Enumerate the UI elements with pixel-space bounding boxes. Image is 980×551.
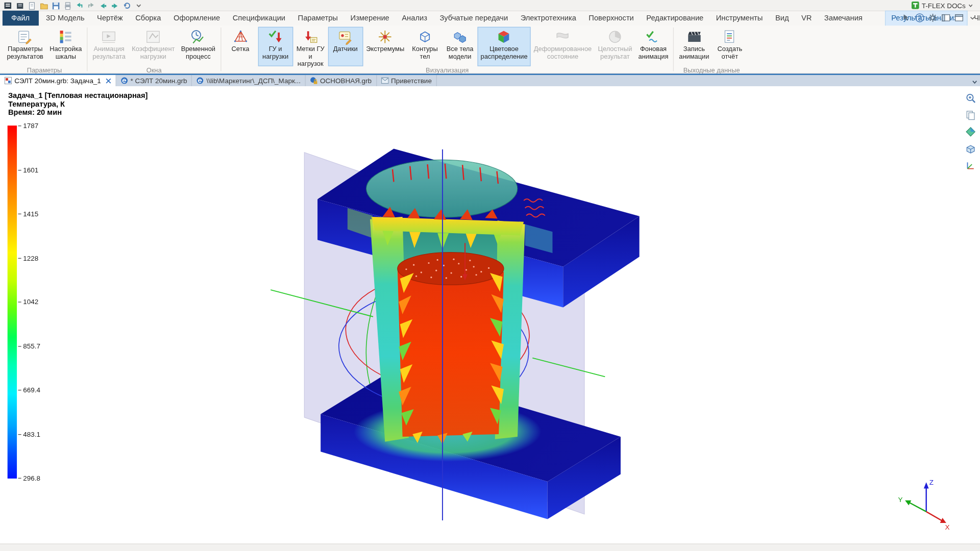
sensors-button[interactable]: Датчики — [328, 27, 363, 66]
open-icon[interactable] — [39, 1, 49, 10]
body-contours-button[interactable]: Контуры тел — [407, 27, 443, 66]
help-icon[interactable] — [914, 12, 925, 23]
scale-value: 483.1 — [18, 431, 41, 438]
result-parameters-button[interactable]: Параметры результатов — [4, 27, 46, 66]
scale-value: 1042 — [18, 298, 39, 306]
ribbon-button-label: Временной процесс — [181, 45, 215, 60]
zoom-window-icon[interactable] — [964, 91, 977, 105]
ribbon-tab-measure[interactable]: Измерение — [344, 11, 396, 26]
qat-customize-icon[interactable] — [134, 1, 144, 10]
create-report-button[interactable]: Создать отчёт — [713, 27, 748, 66]
library-icon[interactable] — [15, 1, 25, 10]
document-tab-main[interactable]: ОСНОВНАЯ.grb — [306, 75, 377, 86]
scale-value: 1601 — [18, 166, 39, 174]
ribbon-tab-annotation[interactable]: Оформление — [167, 11, 227, 26]
bc-load-labels-button[interactable]: Метки ГУ и нагрузок — [293, 27, 328, 66]
ribbon-tab-file[interactable]: Файл — [3, 11, 38, 26]
model-viewport[interactable]: Задача_1 [Тепловая нестационарная] Темпе… — [0, 86, 980, 543]
time-process-button[interactable]: Временной процесс — [178, 27, 219, 66]
ribbon-tab-assembly[interactable]: Сборка — [129, 11, 167, 26]
ribbon-tab-editing[interactable]: Редактирование — [640, 11, 709, 26]
tflex-docs-label: T-FLEX DOCs — [922, 2, 966, 9]
integral-result-button[interactable]: Целостный результат — [595, 27, 635, 66]
bc-and-loads-button[interactable]: ГУ и нагрузки — [258, 27, 293, 66]
forward-icon[interactable] — [110, 1, 120, 10]
ribbon-tab-3d-model[interactable]: 3D Модель — [40, 11, 91, 26]
ribbon-button-label: Анимация результата — [92, 45, 126, 60]
ribbon: Параметры результатов Настройка шкалы Па… — [0, 26, 980, 73]
mesh-icon — [232, 29, 249, 45]
ribbon-group-separator — [220, 28, 221, 71]
ribbon-tab-view[interactable]: Вид — [769, 11, 795, 26]
ribbon-tab-electrical[interactable]: Электротехника — [514, 11, 582, 26]
window-layout-icon[interactable] — [954, 12, 965, 23]
back-icon[interactable] — [98, 1, 108, 10]
scale-value: 296.8 — [18, 474, 41, 482]
save-icon[interactable] — [51, 1, 61, 10]
document-tab-task[interactable]: СЭЛТ 20мин.grb: Задача_1 — [0, 75, 116, 86]
tflex-docs-menu[interactable]: T-FLEX DOCs — [911, 1, 977, 9]
ribbon-button-label: Создать отчёт — [716, 45, 744, 60]
record-animation-button[interactable]: Запись анимации — [676, 27, 712, 66]
panel-layout-icon[interactable] — [941, 12, 951, 23]
ribbon-button-label: Деформированное состояние — [534, 45, 592, 60]
integral-result-icon — [607, 29, 623, 45]
mesh-button[interactable]: Сетка — [223, 27, 258, 66]
new-document-icon[interactable] — [27, 1, 37, 10]
analysis-3d-scene[interactable]: Z X Y — [0, 86, 980, 543]
ribbon-button-label: Цветовое распределение — [481, 45, 528, 60]
context-help-icon[interactable] — [901, 12, 912, 23]
ribbon-collapse-icon[interactable] — [967, 12, 977, 23]
ribbon-group-parameters: Параметры результатов Настройка шкалы Па… — [3, 26, 86, 73]
ribbon-button-label: Настройка шкалы — [50, 45, 82, 60]
settings-gear-icon[interactable] — [927, 12, 938, 23]
result-animation-button[interactable]: Анимация результата — [89, 27, 129, 66]
create-report-icon — [722, 29, 738, 45]
ribbon-tab-tools[interactable]: Инструменты — [710, 11, 769, 26]
document-tab-label: * СЭЛТ 20мин.grb — [130, 77, 187, 85]
app-menu-icon[interactable] — [3, 1, 13, 10]
print-icon[interactable] — [62, 1, 72, 10]
undo-icon[interactable] — [75, 1, 85, 10]
close-tab-icon[interactable] — [105, 78, 111, 83]
background-animation-button[interactable]: Фоновая анимация — [635, 27, 671, 66]
ribbon-tab-bar: Файл 3D Модель Чертёж Сборка Оформление … — [0, 11, 980, 26]
result-info-overlay: Задача_1 [Тепловая нестационарная] Темпе… — [8, 92, 148, 117]
ribbon-tab-surfaces[interactable]: Поверхности — [582, 11, 640, 26]
axes-display-icon[interactable] — [964, 159, 977, 172]
ribbon-button-label: ГУ и нагрузки — [261, 45, 289, 60]
copy-view-icon[interactable] — [964, 108, 977, 122]
task-document-icon — [5, 77, 12, 85]
document-tab-welcome[interactable]: Приветствие — [377, 75, 437, 86]
document-tab-modified[interactable]: * СЭЛТ 20мин.grb — [116, 75, 192, 86]
color-scale: 1787 1601 1415 1228 1042 855.7 669.4 483… — [8, 126, 17, 479]
ribbon-tab-parameters[interactable]: Параметры — [291, 11, 344, 26]
ribbon-tab-bom[interactable]: Спецификации — [226, 11, 291, 26]
document-tab-label: \\lib\Маркетинг\_ДСП\_Марк... — [206, 77, 301, 85]
color-distribution-button[interactable]: Цветовое распределение — [477, 27, 530, 66]
all-model-bodies-button[interactable]: Все тела модели — [443, 27, 478, 66]
ribbon-tab-remarks[interactable]: Замечания — [818, 11, 869, 26]
color-scale-icon — [58, 29, 74, 45]
bc-loads-icon — [267, 29, 284, 45]
status-bar — [0, 543, 980, 551]
title-bar: T-FLEX DOCs — [0, 0, 980, 11]
ribbon-tab-vr[interactable]: VR — [795, 11, 818, 26]
ribbon-tab-analysis[interactable]: Анализ — [396, 11, 433, 26]
ribbon-tab-drawing[interactable]: Чертёж — [91, 11, 129, 26]
render-mode-icon[interactable] — [964, 125, 977, 139]
document-tab-network-path[interactable]: \\lib\Маркетинг\_ДСП\_Марк... — [192, 75, 306, 86]
extremes-icon — [377, 29, 394, 45]
ribbon-tab-gears[interactable]: Зубчатые передачи — [433, 11, 514, 26]
docs-dropdown-icon — [968, 3, 973, 8]
extremes-button[interactable]: Экстремумы — [363, 27, 407, 66]
update-model-icon[interactable] — [122, 1, 132, 10]
deformed-state-button[interactable]: Деформированное состояние — [531, 27, 595, 66]
load-factor-button[interactable]: Коэффициент нагрузки — [129, 27, 178, 66]
ribbon-button-label: Параметры результатов — [7, 45, 43, 60]
scene-options-icon[interactable] — [964, 142, 977, 156]
result-animation-icon — [101, 29, 117, 45]
redo-icon[interactable] — [86, 1, 96, 10]
background-animation-icon — [645, 29, 662, 45]
scale-settings-button[interactable]: Настройка шкалы — [46, 27, 85, 66]
